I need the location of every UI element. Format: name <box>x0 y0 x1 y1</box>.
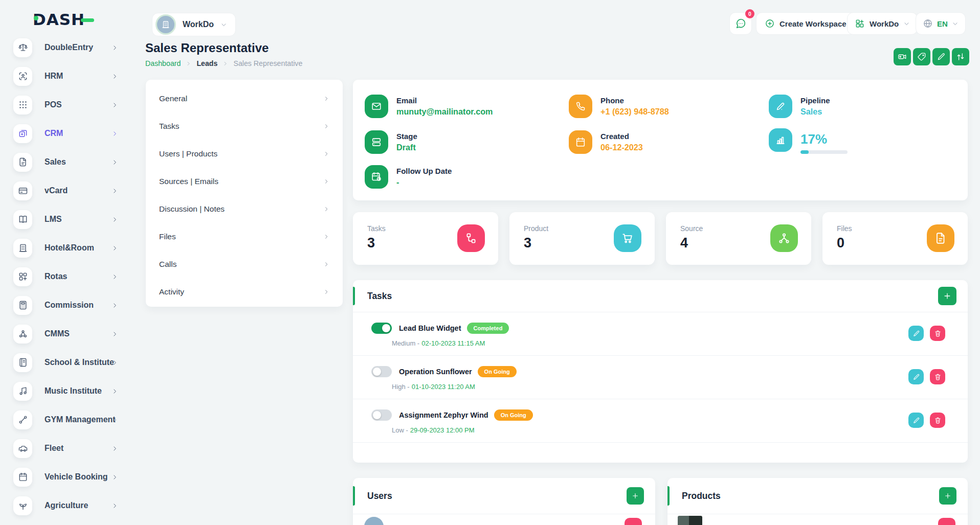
sidebar-item[interactable]: Commission <box>0 291 144 319</box>
sidebar-item[interactable]: Music Institute <box>0 377 144 405</box>
sidebar-item-label: GYM Management <box>44 415 116 424</box>
stat-value: 0 <box>837 235 844 251</box>
sidebar-item-label: POS <box>44 100 62 109</box>
sidebar-item[interactable]: Vehicle Booking <box>0 463 144 491</box>
sidebar-item[interactable]: vCard <box>0 176 144 205</box>
sidebar-item[interactable]: Fleet <box>0 434 144 463</box>
task-delete-button[interactable] <box>930 326 945 341</box>
calendar-clock-icon <box>371 171 382 182</box>
page-action-button[interactable] <box>952 48 969 65</box>
section-nav-item[interactable]: Activity <box>146 278 343 306</box>
chevron-right-icon <box>112 188 118 194</box>
toggle-knob <box>373 411 381 419</box>
sidebar-item[interactable]: DoubleEntry <box>0 33 144 62</box>
section-nav-item[interactable]: Sources | Emails <box>146 168 343 195</box>
chevron-down-icon <box>903 20 910 27</box>
add-user-button[interactable] <box>627 487 644 505</box>
section-nav-item[interactable]: Tasks <box>146 112 343 140</box>
task-edit-button[interactable] <box>908 413 924 428</box>
workspace-selector[interactable]: WorkDo <box>152 13 236 36</box>
tasks-card: Tasks Lead Blue Widget Completed Medium … <box>353 280 968 463</box>
page-action-icon <box>956 52 965 61</box>
pipeline-icon-box <box>769 95 792 118</box>
sidebar-item[interactable]: CRM <box>0 119 144 148</box>
sidebar-module-icon <box>18 357 28 368</box>
stat-icon <box>464 232 478 245</box>
chevron-right-icon <box>323 234 329 240</box>
chevron-right-icon <box>112 216 118 223</box>
app-switcher-dropdown[interactable]: WorkDo <box>847 12 918 35</box>
trash-icon <box>934 373 942 381</box>
task-row: Lead Blue Widget Completed Medium -02-10… <box>353 312 968 356</box>
brand-logo-text: DASH <box>33 10 85 29</box>
sidebar-item-label: Music Institute <box>44 386 102 396</box>
section-nav-item[interactable]: Discussion | Notes <box>146 195 343 223</box>
task-complete-toggle[interactable] <box>371 323 392 334</box>
task-edit-button[interactable] <box>908 369 924 384</box>
sidebar-item[interactable]: Agriculture <box>0 491 144 520</box>
sidebar-module-icon <box>18 271 28 282</box>
chevron-right-icon <box>112 245 118 252</box>
sidebar-item-icon-box <box>13 124 32 143</box>
stage-label: Stage <box>396 130 417 141</box>
language-dropdown[interactable]: EN <box>916 12 966 35</box>
sidebar-item[interactable]: School & Institute <box>0 348 144 377</box>
tasks-header: Tasks <box>353 280 968 312</box>
task-status-badge: On Going <box>478 366 517 377</box>
remove-product-button[interactable] <box>938 518 955 525</box>
section-nav-label: Users | Products <box>159 149 217 158</box>
overview-created: Created 06-12-2023 <box>569 130 643 154</box>
add-task-button[interactable] <box>938 287 956 305</box>
task-delete-button[interactable] <box>930 369 945 384</box>
messenger-button[interactable]: 0 <box>729 12 752 35</box>
breadcrumb-leads[interactable]: Leads <box>196 59 217 67</box>
workspace-avatar <box>155 14 176 35</box>
add-product-button[interactable] <box>939 487 956 505</box>
task-row: Operation Sunflower On Going High -01-10… <box>353 356 968 399</box>
task-complete-toggle[interactable] <box>371 409 392 421</box>
overview-phone: Phone +1 (623) 948-8788 <box>569 95 669 118</box>
sidebar-item[interactable]: GYM Management <box>0 405 144 434</box>
task-edit-button[interactable] <box>908 326 924 341</box>
sidebar-module-icon <box>18 42 28 53</box>
sidebar-item[interactable]: CMMS <box>0 319 144 348</box>
sidebar-module-icon <box>18 443 28 453</box>
section-nav-label: Calls <box>159 260 176 269</box>
users-title: Users <box>367 491 392 501</box>
brand-logo[interactable]: DASH <box>33 8 94 31</box>
breadcrumb-dashboard[interactable]: Dashboard <box>145 59 181 67</box>
app-switcher-label: WorkDo <box>870 19 899 28</box>
stat-icon <box>934 232 947 245</box>
page-action-button[interactable] <box>894 48 911 65</box>
created-label: Created <box>600 130 643 141</box>
section-nav-item[interactable]: General <box>146 85 343 112</box>
remove-user-button[interactable] <box>625 518 642 525</box>
section-nav-item[interactable]: Users | Products <box>146 140 343 168</box>
page-action-button[interactable] <box>913 48 930 65</box>
task-priority: High - <box>392 383 410 391</box>
sidebar-item[interactable]: POS <box>0 90 144 119</box>
create-workspace-button[interactable]: Create Workspace <box>756 12 855 35</box>
chevron-right-icon <box>112 359 118 366</box>
page-action-button[interactable] <box>932 48 950 65</box>
sidebar-item[interactable]: Hotel&Room <box>0 234 144 262</box>
task-delete-button[interactable] <box>930 413 945 428</box>
section-nav-item[interactable]: Files <box>146 223 343 250</box>
sidebar-item[interactable]: HRM <box>0 62 144 90</box>
chat-icon <box>735 18 746 29</box>
sidebar-item-icon-box <box>13 38 32 57</box>
section-nav-item[interactable]: Calls <box>146 250 343 278</box>
overview-pipeline: Pipeline Sales <box>769 95 830 118</box>
page-title: Sales Representative <box>145 41 269 55</box>
progress-icon-box <box>769 128 792 152</box>
sidebar-item[interactable]: Rotas <box>0 262 144 291</box>
sidebar-module-icon <box>18 186 28 196</box>
pipeline-label: Pipeline <box>800 95 830 105</box>
chevron-right-icon <box>112 503 118 509</box>
phone-icon-box <box>569 95 592 118</box>
task-complete-toggle[interactable] <box>371 366 392 377</box>
progress-bar <box>800 150 848 154</box>
sidebar-item[interactable]: LMS <box>0 205 144 234</box>
chevron-down-icon <box>952 20 959 27</box>
sidebar-item[interactable]: Sales <box>0 148 144 176</box>
